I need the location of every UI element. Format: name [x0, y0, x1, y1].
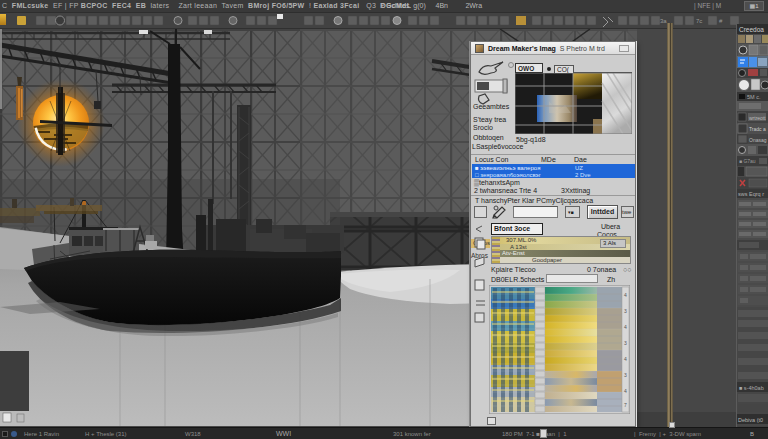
svg-text:4: 4: [624, 356, 627, 362]
svg-text:7c: 7c: [696, 18, 702, 24]
svg-text:Tradc a: Tradc a: [749, 126, 766, 132]
svg-text:■ s-4h0ab: ■ s-4h0ab: [739, 385, 764, 391]
svg-text:4: 4: [624, 388, 627, 394]
svg-text:4: 4: [624, 292, 627, 298]
svg-text:3: 3: [624, 372, 627, 378]
svg-text:Creedoa: Creedoa: [739, 26, 764, 33]
svg-text:3: 3: [624, 340, 627, 346]
svg-text:4: 4: [624, 324, 627, 330]
svg-text:sws Eqrq r: sws Eqrq r: [738, 191, 764, 197]
svg-text:7: 7: [624, 402, 627, 408]
svg-text:Onasag: Onasag: [749, 137, 767, 143]
svg-text:5M c.: 5M c.: [747, 94, 761, 100]
svg-text:#: #: [719, 18, 723, 24]
svg-text:wrtreott: wrtreott: [749, 115, 766, 121]
svg-text:3: 3: [624, 308, 627, 314]
svg-text:■ G7au: ■ G7au: [739, 158, 756, 164]
svg-text:Debiva (t0: Debiva (t0: [738, 417, 763, 423]
